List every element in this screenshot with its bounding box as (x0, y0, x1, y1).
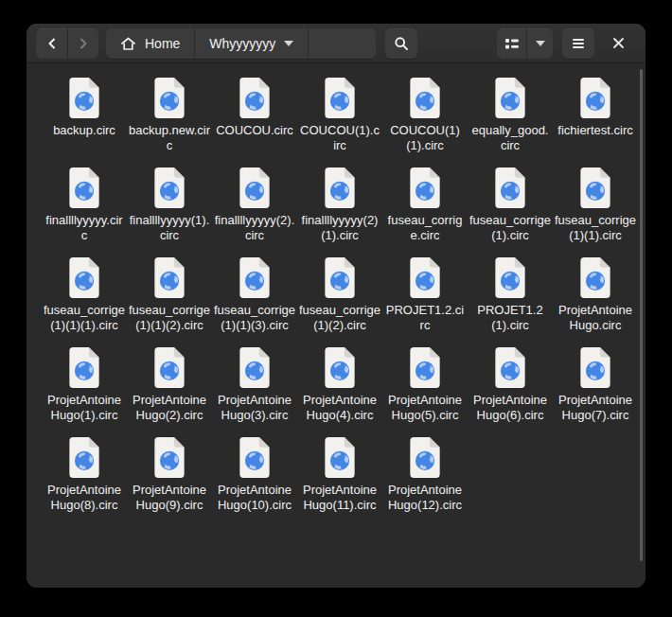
file-item[interactable]: ProjetAntoineHugo(2).circ (127, 346, 212, 423)
path-bar-empty-area[interactable] (308, 28, 376, 59)
file-label: fuseau_corrige.circ (384, 213, 466, 243)
file-item[interactable]: finallllyyyyy(1).circ (127, 167, 212, 243)
file-item[interactable]: ProjetAntoineHugo(8).circ (42, 436, 127, 513)
circ-document-globe-icon (407, 256, 443, 299)
file-item[interactable]: ProjetAntoineHugo(7).circ (553, 346, 638, 423)
file-item[interactable]: ProjetAntoineHugo(5).circ (382, 346, 468, 423)
hamburger-menu-button[interactable] (562, 28, 594, 59)
file-item[interactable]: ProjetAntoineHugo.circ (553, 256, 638, 333)
back-button[interactable] (36, 28, 67, 59)
file-item[interactable]: fichiertest.circ (553, 77, 638, 138)
hamburger-icon (572, 38, 585, 49)
circ-document-globe-icon (151, 346, 187, 389)
chevron-left-icon (45, 37, 59, 50)
chevron-right-icon (77, 37, 90, 50)
file-item[interactable]: fuseau_corrige(1).circ (468, 167, 553, 243)
magnifier-icon (394, 36, 409, 51)
file-item[interactable]: fuseau_corrige(1)(2).circ (297, 256, 382, 333)
view-options-dropdown-button[interactable] (526, 28, 553, 59)
file-label: ProjetAntoineHugo(4).circ (299, 393, 380, 423)
circ-document-globe-icon (237, 436, 273, 479)
file-label: ProjetAntoineHugo(3).circ (214, 393, 295, 423)
file-label: ProjetAntoineHugo(9).circ (129, 483, 210, 513)
circ-document-globe-icon (66, 256, 102, 299)
file-item[interactable]: ProjetAntoineHugo(12).circ (382, 436, 468, 513)
file-label: fuseau_corrige(1)(1)(2).circ (129, 303, 210, 333)
circ-document-globe-icon (237, 167, 273, 209)
file-item[interactable]: fuseau_corrige(1)(1)(1).circ (42, 256, 127, 333)
file-item[interactable]: ProjetAntoineHugo(10).circ (212, 436, 297, 513)
circ-document-globe-icon (577, 77, 613, 119)
circ-document-globe-icon (66, 77, 102, 119)
circ-document-globe-icon (66, 436, 102, 479)
file-item[interactable]: equally_good.circ (468, 77, 553, 153)
circ-document-globe-icon (237, 346, 273, 389)
circ-document-globe-icon (407, 167, 443, 209)
file-label: ProjetAntoineHugo(5).circ (384, 393, 466, 423)
file-item[interactable]: fuseau_corrige(1)(1).circ (553, 167, 638, 243)
file-label: ProjetAntoineHugo(12).circ (384, 483, 466, 513)
view-toggle-group (497, 28, 553, 59)
view-mode-button[interactable] (497, 28, 526, 59)
search-button[interactable] (385, 28, 417, 59)
circ-document-globe-icon (237, 256, 273, 299)
file-label: ProjetAntoineHugo(7).circ (555, 393, 636, 423)
file-label: backup.new.circ (129, 123, 210, 153)
file-item[interactable]: ProjetAntoineHugo(1).circ (42, 346, 127, 423)
file-item[interactable]: ProjetAntoineHugo(11).circ (297, 436, 382, 513)
file-item[interactable]: ProjetAntoineHugo(3).circ (212, 346, 297, 423)
file-item[interactable]: COUCOU(1)(1).circ (382, 77, 468, 153)
file-item[interactable]: fuseau_corrige.circ (382, 167, 468, 243)
file-item[interactable]: ProjetAntoineHugo(9).circ (127, 436, 212, 513)
circ-document-globe-icon (66, 346, 102, 389)
circ-document-globe-icon (492, 256, 528, 299)
file-label: finallllyyyyy(1).circ (129, 213, 210, 243)
path-segment-current-folder[interactable]: Whyyyyyyy (194, 28, 308, 59)
file-grid: backup.circ backup.new.circ COUCOU.circ (42, 77, 627, 513)
file-item[interactable]: finallllyyyyy.circ (42, 167, 127, 243)
file-item[interactable]: finallllyyyyy(2).circ (212, 167, 297, 243)
circ-document-globe-icon (151, 77, 187, 119)
file-item[interactable]: backup.new.circ (127, 77, 212, 153)
file-label: fuseau_corrige(1)(1)(3).circ (214, 303, 295, 333)
circ-document-globe-icon (407, 346, 443, 389)
file-item[interactable]: fuseau_corrige(1)(1)(3).circ (212, 256, 297, 333)
file-item[interactable]: backup.circ (42, 77, 127, 138)
path-segment-home[interactable]: Home (106, 28, 194, 59)
headerbar: Home Whyyyyyyy (27, 24, 645, 63)
vertical-scrollbar[interactable] (640, 69, 643, 561)
circ-document-globe-icon (322, 77, 358, 119)
file-item[interactable]: fuseau_corrige(1)(1)(2).circ (127, 256, 212, 333)
house-icon (120, 36, 136, 51)
file-item[interactable]: finallllyyyyy(2)(1).circ (297, 167, 382, 243)
circ-document-globe-icon (577, 256, 613, 299)
chevron-down-icon (284, 41, 293, 46)
forward-button[interactable] (67, 28, 98, 59)
file-label: fichiertest.circ (557, 123, 632, 138)
close-window-button[interactable] (600, 28, 636, 59)
file-label: finallllyyyyy.circ (44, 213, 125, 243)
file-item[interactable]: ProjetAntoineHugo(6).circ (468, 346, 553, 423)
path-home-label: Home (145, 36, 180, 51)
file-label: COUCOU(1).circ (299, 123, 380, 153)
file-label: ProjetAntoineHugo.circ (555, 303, 636, 333)
circ-document-globe-icon (151, 256, 187, 299)
file-label: fuseau_corrige(1)(2).circ (299, 303, 380, 333)
file-label: equally_good.circ (469, 123, 551, 153)
circ-document-globe-icon (322, 436, 358, 479)
file-label: fuseau_corrige(1).circ (469, 213, 551, 243)
file-item[interactable]: ProjetAntoineHugo(4).circ (297, 346, 382, 423)
file-item[interactable]: COUCOU(1).circ (297, 77, 382, 153)
file-label: COUCOU.circ (216, 123, 293, 138)
file-item[interactable]: PROJET1.2(1).circ (468, 256, 553, 333)
close-x-icon (612, 37, 625, 49)
folder-content-area: backup.circ backup.new.circ COUCOU.circ (27, 63, 645, 588)
circ-document-globe-icon (66, 167, 102, 209)
file-label: ProjetAntoineHugo(2).circ (129, 393, 210, 423)
file-item[interactable]: PROJET1.2.circ (382, 256, 468, 333)
file-item[interactable]: COUCOU.circ (212, 77, 297, 138)
circ-document-globe-icon (322, 346, 358, 389)
file-label: PROJET1.2.circ (384, 303, 466, 333)
circ-document-globe-icon (407, 436, 443, 479)
circ-document-globe-icon (237, 77, 273, 119)
